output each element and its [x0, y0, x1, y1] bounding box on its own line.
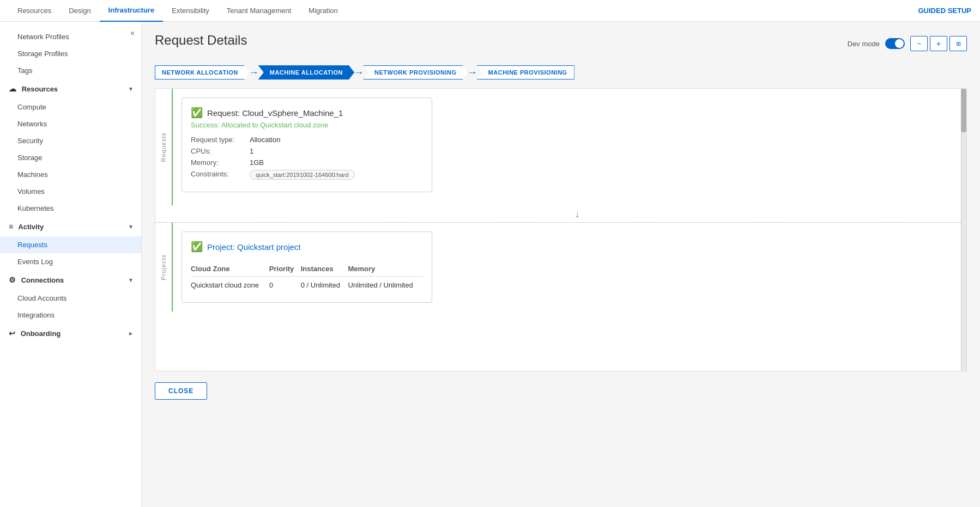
sidebar-section-connections[interactable]: ⚙ Connections ▾: [0, 270, 141, 290]
panel-scrollbar[interactable]: [961, 89, 966, 371]
detail-memory: Memory: 1GB: [191, 158, 423, 167]
zoom-controls: − + ⊞: [910, 36, 967, 51]
sidebar-item-integrations[interactable]: Integrations: [0, 307, 141, 323]
detail-value-cpus: 1: [250, 147, 253, 155]
dev-mode-label: Dev mode: [848, 40, 880, 48]
detail-label-memory: Memory:: [191, 158, 245, 167]
detail-constraints: Constraints: quick_start:20191002-164600…: [191, 170, 423, 180]
nav-design[interactable]: Design: [60, 0, 99, 22]
step-machine-provisioning[interactable]: MACHINE PROVISIONING: [477, 65, 574, 80]
project-title-text[interactable]: Project: Quickstart project: [207, 242, 301, 252]
onboarding-icon: ↩: [9, 329, 15, 338]
connections-chevron: ▾: [129, 277, 132, 284]
panel-scrollbar-thumb: [961, 89, 966, 132]
step-arrow-2: →: [354, 67, 364, 78]
nav-migration[interactable]: Migration: [300, 0, 346, 22]
sidebar-item-volumes[interactable]: Volumes: [0, 183, 141, 200]
resources-chevron: ▾: [129, 85, 132, 93]
main-content: Request Details Dev mode − + ⊞ NETWORK A…: [142, 22, 980, 507]
nav-tenant-management[interactable]: Tenant Management: [218, 0, 300, 22]
detail-label-cpus: CPUs:: [191, 147, 245, 155]
detail-value-memory: 1GB: [250, 158, 264, 167]
step-network-allocation[interactable]: NETWORK ALLOCATION: [155, 65, 250, 80]
onboarding-chevron: ▸: [129, 330, 132, 337]
header-row: Request Details Dev mode − + ⊞: [155, 33, 967, 57]
detail-request-type: Request type: Allocation: [191, 136, 423, 144]
request-card-title: ✅ Request: Cloud_vSphere_Machine_1: [191, 107, 423, 119]
dev-mode-toggle[interactable]: [885, 38, 905, 49]
requests-section-row: Requests ✅ Request: Cloud_vSphere_Machin…: [155, 89, 966, 205]
projects-section-label: Projects: [160, 254, 167, 280]
projects-section-label-col: Projects: [155, 223, 173, 311]
project-title: ✅ Project: Quickstart project: [191, 241, 423, 253]
projects-content: ✅ Project: Quickstart project Cloud Zone…: [173, 223, 966, 311]
col-memory: Memory: [348, 261, 423, 277]
sidebar-item-compute[interactable]: Compute: [0, 99, 141, 115]
col-priority: Priority: [269, 261, 301, 277]
zoom-fit-button[interactable]: ⊞: [949, 36, 967, 51]
requests-section-label-col: Requests: [155, 89, 173, 205]
guided-setup-link[interactable]: GUIDED SETUP: [918, 7, 971, 15]
nav-resources[interactable]: Resources: [9, 0, 60, 22]
request-card: ✅ Request: Cloud_vSphere_Machine_1 Succe…: [182, 97, 432, 192]
col-cloud-zone: Cloud Zone: [191, 261, 269, 277]
table-row: Quickstart cloud zone 0 0 / Unlimited Un…: [191, 277, 423, 294]
nav-infrastructure[interactable]: Infrastructure: [100, 0, 164, 22]
projects-section-row: Projects ✅ Project: Quickstart project C…: [155, 223, 966, 311]
main-layout: « Network Profiles Storage Profiles Tags…: [0, 22, 980, 507]
cell-priority: 0: [269, 277, 301, 294]
resources-icon: ☁: [9, 84, 16, 93]
col-instances: Instances: [301, 261, 348, 277]
close-button[interactable]: CLOSE: [155, 382, 207, 400]
sidebar: « Network Profiles Storage Profiles Tags…: [0, 22, 142, 507]
arrow-connector: ↓: [188, 205, 966, 222]
activity-icon: ≡: [9, 222, 13, 231]
sidebar-item-tags[interactable]: Tags: [0, 62, 141, 79]
connections-icon: ⚙: [9, 276, 16, 284]
sidebar-item-cloud-accounts[interactable]: Cloud Accounts: [0, 290, 141, 307]
detail-value-request-type: Allocation: [250, 136, 280, 144]
cell-memory: Unlimited / Unlimited: [348, 277, 423, 294]
step-network-provisioning[interactable]: NETWORK PROVISIONING: [363, 65, 468, 80]
sidebar-item-events-log[interactable]: Events Log: [0, 253, 141, 270]
step-machine-allocation[interactable]: MACHINE ALLOCATION: [258, 65, 354, 80]
cell-instances: 0 / Unlimited: [301, 277, 348, 294]
sidebar-item-security[interactable]: Security: [0, 132, 141, 149]
detail-cpus: CPUs: 1: [191, 147, 423, 155]
constraint-badge: quick_start:20191002-164600:hard: [250, 170, 355, 180]
content-panel: Requests ✅ Request: Cloud_vSphere_Machin…: [155, 88, 967, 371]
requests-section-label: Requests: [160, 132, 167, 162]
steps-bar: NETWORK ALLOCATION → MACHINE ALLOCATION …: [155, 65, 967, 80]
detail-label-constraints: Constraints:: [191, 170, 245, 180]
detail-label-request-type: Request type:: [191, 136, 245, 144]
nav-extensibility[interactable]: Extensibility: [163, 0, 218, 22]
sidebar-item-kubernetes[interactable]: Kubernetes: [0, 200, 141, 217]
step-arrow-1: →: [249, 67, 259, 78]
cell-cloud-zone: Quickstart cloud zone: [191, 277, 269, 294]
sidebar-section-activity[interactable]: ≡ Activity ▾: [0, 217, 141, 236]
sidebar-collapse-button[interactable]: «: [128, 26, 137, 39]
sidebar-section-onboarding[interactable]: ↩ Onboarding ▸: [0, 323, 141, 343]
sidebar-item-machines[interactable]: Machines: [0, 166, 141, 183]
zoom-out-button[interactable]: −: [910, 36, 928, 51]
sidebar-item-networks[interactable]: Networks: [0, 115, 141, 132]
project-success-icon: ✅: [191, 241, 203, 253]
top-nav: Resources Design Infrastructure Extensib…: [0, 0, 980, 22]
project-card: ✅ Project: Quickstart project Cloud Zone…: [182, 231, 432, 303]
sidebar-item-network-profiles[interactable]: Network Profiles: [0, 28, 141, 45]
sidebar-item-requests[interactable]: Requests: [0, 236, 141, 253]
sidebar-item-storage-profiles[interactable]: Storage Profiles: [0, 45, 141, 62]
step-arrow-3: →: [468, 67, 477, 78]
activity-chevron: ▾: [129, 223, 132, 230]
requests-content: ✅ Request: Cloud_vSphere_Machine_1 Succe…: [173, 89, 966, 205]
request-title-text: Request: Cloud_vSphere_Machine_1: [207, 108, 343, 118]
zoom-in-button[interactable]: +: [930, 36, 947, 51]
sidebar-item-storage[interactable]: Storage: [0, 149, 141, 166]
page-title: Request Details: [155, 33, 247, 48]
sidebar-section-resources[interactable]: ☁ Resources ▾: [0, 79, 141, 99]
request-success-text: Success: Allocated to Quickstart cloud z…: [191, 121, 423, 129]
request-success-icon: ✅: [191, 107, 203, 119]
project-table: Cloud Zone Priority Instances Memory Qui…: [191, 261, 423, 294]
